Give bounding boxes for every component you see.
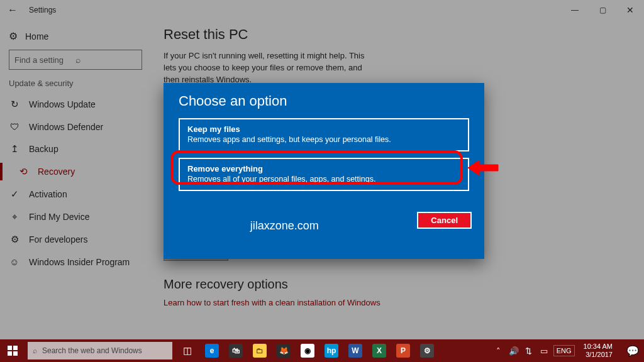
- search-icon: ⌕: [33, 346, 37, 355]
- svg-rect-1: [8, 346, 12, 350]
- app-firefox[interactable]: 🦊: [272, 339, 296, 362]
- settings-icon: ⚙: [420, 344, 434, 358]
- option-title: Keep my files: [187, 124, 460, 134]
- app-edge[interactable]: e: [200, 339, 224, 362]
- reset-choose-option-dialog: Choose an option Keep my files Removes a…: [164, 83, 484, 259]
- battery-icon[interactable]: ▭: [538, 346, 550, 356]
- app-file-explorer[interactable]: 🗀: [248, 339, 272, 362]
- app-settings[interactable]: ⚙: [415, 339, 439, 362]
- taskbar: ⌕ Search the web and Windows ◫ e 🛍 🗀 🦊 ◉…: [0, 339, 644, 362]
- language-indicator[interactable]: ENG: [553, 345, 575, 356]
- app-hp[interactable]: hp: [319, 339, 343, 362]
- tray-chevron-up-icon[interactable]: ˄: [493, 346, 504, 356]
- app-store[interactable]: 🛍: [224, 339, 248, 362]
- system-tray: ˄ 🔊 ⇅ ▭ ENG 10:34 AM 3/1/2017: [489, 339, 621, 362]
- option-keep-my-files[interactable]: Keep my files Removes apps and settings,…: [179, 118, 469, 151]
- action-center-button[interactable]: 💬: [621, 339, 644, 362]
- excel-icon: X: [372, 344, 386, 358]
- start-button[interactable]: [0, 339, 25, 362]
- app-word[interactable]: W: [343, 339, 367, 362]
- app-excel[interactable]: X: [367, 339, 391, 362]
- task-view-button[interactable]: ◫: [175, 339, 200, 362]
- svg-rect-4: [13, 351, 18, 356]
- option-title: Remove everything: [187, 164, 460, 173]
- powerpoint-icon: P: [396, 344, 410, 358]
- search-placeholder: Search the web and Windows: [42, 346, 142, 355]
- watermark: jilaxzone.com: [250, 219, 319, 233]
- store-icon: 🛍: [229, 344, 243, 358]
- dialog-title: Choose an option: [164, 83, 484, 116]
- clock[interactable]: 10:34 AM 3/1/2017: [579, 343, 618, 358]
- network-icon[interactable]: ⇅: [523, 346, 535, 356]
- clock-date: 3/1/2017: [584, 351, 613, 359]
- volume-icon[interactable]: 🔊: [508, 346, 519, 356]
- taskbar-apps: e 🛍 🗀 🦊 ◉ hp W X P ⚙: [200, 339, 439, 362]
- hp-icon: hp: [325, 344, 338, 358]
- option-remove-everything[interactable]: Remove everything Removes all of your pe…: [179, 158, 469, 191]
- windows-logo-icon: [8, 346, 18, 356]
- edge-icon: e: [205, 344, 219, 358]
- svg-rect-2: [13, 346, 18, 350]
- cancel-button[interactable]: Cancel: [417, 212, 472, 229]
- app-chrome[interactable]: ◉: [296, 339, 319, 362]
- chrome-icon: ◉: [301, 344, 314, 358]
- word-icon: W: [348, 344, 362, 358]
- clock-time: 10:34 AM: [584, 343, 613, 351]
- taskbar-search[interactable]: ⌕ Search the web and Windows: [28, 342, 172, 359]
- firefox-icon: 🦊: [277, 344, 291, 358]
- folder-icon: 🗀: [253, 344, 267, 358]
- option-description: Removes all of your personal files, apps…: [187, 175, 460, 184]
- svg-rect-3: [8, 351, 12, 356]
- app-powerpoint[interactable]: P: [391, 339, 415, 362]
- option-description: Removes apps and settings, but keeps you…: [187, 135, 460, 144]
